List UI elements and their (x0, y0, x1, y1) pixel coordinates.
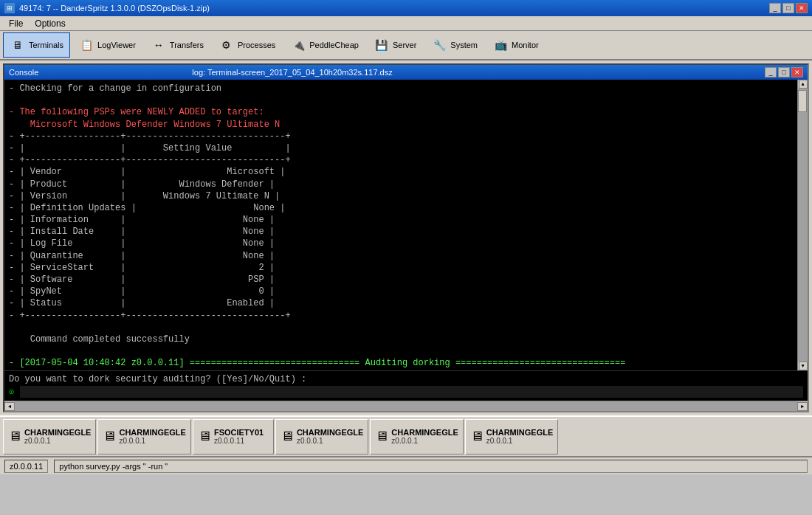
toolbar-peddlecheap-label: PeddleCheap (309, 41, 359, 49)
console-controls: _ □ ✕ (765, 67, 803, 77)
console-log: log: Terminal-screen_2017_05_04_10h20m32… (192, 68, 392, 77)
scroll-up-arrow[interactable]: ▲ (799, 80, 808, 89)
task-bottom-2: z0.0.0.11 (214, 437, 264, 445)
task-btn-2[interactable]: 🖥 FSOCIETY01 z0.0.0.11 (193, 419, 274, 454)
scroll-left-arrow[interactable]: ◄ (4, 402, 15, 411)
vertical-scrollbar[interactable]: ▲ ▼ (797, 80, 808, 370)
task-top-5: CHARMINGEGLE (486, 428, 553, 437)
window-controls: _ □ ✕ (769, 3, 808, 13)
task-top-0: CHARMINGEGLE (24, 428, 91, 437)
toolbar-system[interactable]: 🔧 System (424, 32, 484, 58)
terminals-icon: 🖥 (10, 37, 26, 53)
maximize-button[interactable]: □ (782, 3, 794, 13)
prompt-line: Do you want to dork security auditing? (… (9, 374, 803, 384)
console-content[interactable]: - Checking for a change in configuration… (4, 80, 797, 370)
task-top-4: CHARMINGEGLE (391, 428, 458, 437)
task-icon-2: 🖥 (198, 429, 211, 444)
console-title: Console (9, 68, 38, 77)
prompt-input[interactable] (20, 386, 803, 398)
toolbar-monitor-label: Monitor (512, 41, 539, 49)
cursor-indicator: ⊙ (9, 387, 14, 398)
toolbar: 🖥 Terminals 📋 LogViewer ↔ Transfers ⚙ Pr… (0, 31, 812, 61)
task-top-2: FSOCIETY01 (214, 428, 264, 437)
system-icon: 🔧 (431, 37, 447, 53)
menu-options[interactable]: Options (29, 17, 71, 30)
toolbar-processes-label: Processes (238, 41, 275, 49)
toolbar-processes[interactable]: ⚙ Processes (212, 32, 282, 58)
prompt-text: Do you want to dork security auditing? (… (9, 374, 306, 384)
toolbar-terminals[interactable]: 🖥 Terminals (3, 32, 70, 58)
peddlecheap-icon: 🔌 (290, 37, 306, 53)
console-minimize[interactable]: _ (765, 67, 777, 77)
task-btn-1[interactable]: 🖥 CHARMINGEGLE z0.0.0.1 (97, 419, 190, 454)
toolbar-server-label: Server (393, 41, 416, 49)
monitor-icon: 📺 (492, 37, 509, 53)
task-btn-3[interactable]: 🖥 CHARMINGEGLE z0.0.0.1 (275, 419, 368, 454)
main-area: Console log: Terminal-screen_2017_05_04_… (0, 61, 812, 415)
task-icon-4: 🖥 (375, 429, 388, 444)
server-icon: 💾 (374, 37, 390, 53)
scroll-thumb[interactable] (798, 90, 807, 112)
h-scroll-track[interactable] (15, 401, 797, 411)
task-bottom-0: z0.0.0.1 (24, 437, 91, 445)
menu-file[interactable]: File (3, 17, 29, 30)
console-title-bar: Console log: Terminal-screen_2017_05_04_… (4, 65, 808, 80)
toolbar-monitor[interactable]: 📺 Monitor (486, 32, 546, 58)
task-bottom-1: z0.0.0.1 (119, 437, 185, 445)
task-btn-5[interactable]: 🖥 CHARMINGEGLE z0.0.0.1 (465, 419, 558, 454)
scroll-right-arrow[interactable]: ► (797, 402, 808, 411)
status-ip: z0.0.0.11 (4, 460, 48, 473)
status-bar: z0.0.0.11 python survey.py -args " -run … (0, 456, 812, 474)
toolbar-terminals-label: Terminals (29, 41, 63, 49)
minimize-button[interactable]: _ (769, 3, 781, 13)
horizontal-scrollbar[interactable]: ◄ ► (4, 401, 808, 411)
scroll-track[interactable] (798, 89, 808, 362)
menu-bar: File Options (0, 16, 812, 31)
prompt-cursor-line: ⊙ (9, 386, 803, 398)
task-icon-1: 🖥 (103, 429, 116, 444)
toolbar-transfers[interactable]: ↔ Transfers (144, 32, 210, 58)
console-close[interactable]: ✕ (791, 67, 803, 77)
task-top-3: CHARMINGEGLE (297, 428, 363, 437)
task-bottom-5: z0.0.0.1 (486, 437, 553, 445)
transfers-icon: ↔ (151, 37, 167, 53)
processes-icon: ⚙ (219, 37, 235, 53)
console-maximize[interactable]: □ (778, 67, 790, 77)
toolbar-logviewer-label: LogViewer (97, 41, 136, 49)
toolbar-logviewer[interactable]: 📋 LogViewer (72, 32, 142, 58)
task-btn-4[interactable]: 🖥 CHARMINGEGLE z0.0.0.1 (370, 419, 463, 454)
window-title: 49174: 7 -- DanderSpritz 1.3.0.0 (DSZOps… (19, 4, 210, 13)
prompt-area: Do you want to dork security auditing? (… (4, 370, 808, 401)
close-button[interactable]: ✕ (796, 3, 808, 13)
task-icon-0: 🖥 (8, 429, 21, 444)
toolbar-transfers-label: Transfers (170, 41, 204, 49)
task-bottom-4: z0.0.0.1 (391, 437, 458, 445)
toolbar-peddlecheap[interactable]: 🔌 PeddleCheap (283, 32, 365, 58)
status-command: python survey.py -args " -run " (54, 460, 808, 473)
logviewer-icon: 📋 (78, 37, 94, 53)
scroll-down-arrow[interactable]: ▼ (799, 362, 808, 370)
task-top-1: CHARMINGEGLE (119, 428, 185, 437)
task-btn-0[interactable]: 🖥 CHARMINGEGLE z0.0.0.1 (3, 419, 96, 454)
console-body: - Checking for a change in configuration… (4, 80, 808, 370)
app-icon: ⊞ (4, 3, 15, 13)
task-bottom-3: z0.0.0.1 (297, 437, 363, 445)
toolbar-server[interactable]: 💾 Server (367, 32, 423, 58)
task-icon-5: 🖥 (470, 429, 484, 444)
task-icon-3: 🖥 (281, 429, 294, 444)
title-bar: ⊞ 49174: 7 -- DanderSpritz 1.3.0.0 (DSZO… (0, 0, 812, 16)
toolbar-system-label: System (450, 41, 478, 49)
console-window: Console log: Terminal-screen_2017_05_04_… (3, 63, 809, 412)
taskbar: 🖥 CHARMINGEGLE z0.0.0.1 🖥 CHARMINGEGLE z… (0, 415, 812, 456)
